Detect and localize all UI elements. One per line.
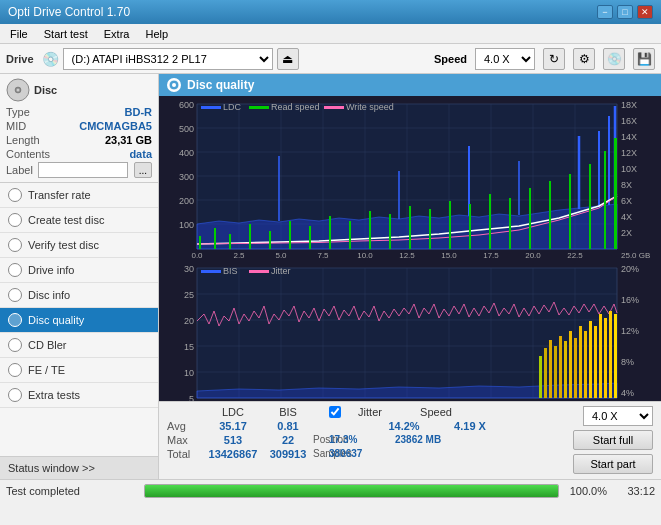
drive-dropdown[interactable]: (D:) ATAPI iHBS312 2 PL17 bbox=[63, 48, 273, 70]
charts-area: 600 500 400 300 200 100 18X 16X 14X 12X … bbox=[159, 96, 661, 401]
refresh-button[interactable]: ↻ bbox=[543, 48, 565, 70]
nav-cd-bler[interactable]: CD Bler bbox=[0, 333, 158, 358]
disc-button[interactable]: 💿 bbox=[603, 48, 625, 70]
toolbar: Drive 💿 (D:) ATAPI iHBS312 2 PL17 ⏏ Spee… bbox=[0, 44, 661, 74]
settings-button[interactable]: ⚙ bbox=[573, 48, 595, 70]
jitter-checkbox[interactable] bbox=[329, 406, 341, 418]
svg-text:5.0: 5.0 bbox=[275, 251, 287, 260]
svg-text:10X: 10X bbox=[621, 164, 637, 174]
menu-start-test[interactable]: Start test bbox=[38, 27, 94, 41]
disc-label-input[interactable] bbox=[38, 162, 128, 178]
progress-bar-fill bbox=[145, 485, 558, 497]
nav-fe-te[interactable]: FE / TE bbox=[0, 358, 158, 383]
svg-rect-75 bbox=[604, 151, 606, 249]
svg-rect-56 bbox=[229, 234, 231, 249]
disc-svg-icon bbox=[6, 78, 30, 102]
svg-text:30: 30 bbox=[184, 264, 194, 274]
nav-extra-tests[interactable]: Extra tests bbox=[0, 383, 158, 408]
svg-text:12X: 12X bbox=[621, 148, 637, 158]
disc-contents-row: Contents data bbox=[6, 148, 152, 160]
total-samples: 380637 bbox=[329, 448, 409, 460]
svg-text:17.5: 17.5 bbox=[483, 251, 499, 260]
nav-verify-test-disc[interactable]: Verify test disc bbox=[0, 233, 158, 258]
status-window-button[interactable]: Status window >> bbox=[0, 456, 158, 479]
start-part-button[interactable]: Start part bbox=[573, 454, 653, 474]
svg-rect-130 bbox=[584, 331, 587, 398]
svg-rect-62 bbox=[349, 221, 351, 249]
nav-icon-transfer-rate bbox=[8, 188, 22, 202]
close-button[interactable]: ✕ bbox=[637, 5, 653, 19]
avg-bis: 0.81 bbox=[263, 420, 313, 432]
svg-rect-72 bbox=[549, 181, 551, 249]
svg-rect-64 bbox=[389, 214, 391, 249]
nav-label-transfer-rate: Transfer rate bbox=[28, 189, 91, 201]
disc-length-label: Length bbox=[6, 134, 40, 146]
speed-select[interactable]: 4.0 X Maximum 2.0 X 4.0 X bbox=[583, 406, 653, 426]
avg-jitter: 14.2% bbox=[379, 420, 429, 432]
disc-label-row: Label ... bbox=[6, 162, 152, 178]
charts-svg: 600 500 400 300 200 100 18X 16X 14X 12X … bbox=[159, 96, 661, 401]
svg-rect-65 bbox=[409, 206, 411, 249]
svg-rect-135 bbox=[609, 311, 612, 398]
svg-text:300: 300 bbox=[179, 172, 194, 182]
svg-rect-127 bbox=[569, 331, 572, 398]
nav-disc-info[interactable]: Disc info bbox=[0, 283, 158, 308]
minimize-button[interactable]: − bbox=[597, 5, 613, 19]
avg-label: Avg bbox=[167, 420, 203, 432]
total-ldc: 13426867 bbox=[203, 448, 263, 460]
label-browse-button[interactable]: ... bbox=[134, 162, 152, 178]
svg-rect-68 bbox=[469, 204, 471, 249]
svg-rect-61 bbox=[329, 216, 331, 249]
nav-icon-extra-tests bbox=[8, 388, 22, 402]
svg-text:10.0: 10.0 bbox=[357, 251, 373, 260]
content-area: Disc quality bbox=[159, 74, 661, 479]
svg-rect-54 bbox=[199, 236, 201, 249]
speed-dropdown[interactable]: 4.0 X bbox=[475, 48, 535, 70]
nav-transfer-rate[interactable]: Transfer rate bbox=[0, 183, 158, 208]
maximize-button[interactable]: □ bbox=[617, 5, 633, 19]
svg-text:16X: 16X bbox=[621, 116, 637, 126]
svg-text:22.5: 22.5 bbox=[567, 251, 583, 260]
nav-create-test-disc[interactable]: Create test disc bbox=[0, 208, 158, 233]
menu-file[interactable]: File bbox=[4, 27, 34, 41]
svg-text:20.0: 20.0 bbox=[525, 251, 541, 260]
menu-bar: File Start test Extra Help bbox=[0, 24, 661, 44]
svg-text:200: 200 bbox=[179, 196, 194, 206]
nav-drive-info[interactable]: Drive info bbox=[0, 258, 158, 283]
disc-quality-title: Disc quality bbox=[187, 78, 254, 92]
svg-rect-132 bbox=[594, 326, 597, 398]
drive-icon: 💿 bbox=[42, 51, 59, 67]
svg-rect-133 bbox=[599, 314, 602, 398]
status-percent: 100.0% bbox=[567, 485, 607, 497]
speed-header: Speed bbox=[411, 406, 461, 418]
status-window-label: Status window >> bbox=[8, 462, 95, 474]
svg-text:15.0: 15.0 bbox=[441, 251, 457, 260]
menu-help[interactable]: Help bbox=[139, 27, 174, 41]
svg-rect-124 bbox=[554, 346, 557, 398]
svg-rect-136 bbox=[614, 314, 617, 398]
svg-rect-66 bbox=[429, 209, 431, 249]
nav-icon-create-test-disc bbox=[8, 213, 22, 227]
nav-icon-verify-test-disc bbox=[8, 238, 22, 252]
menu-extra[interactable]: Extra bbox=[98, 27, 136, 41]
save-button[interactable]: 💾 bbox=[633, 48, 655, 70]
main-layout: Disc Type BD-R MID CMCMAGBA5 Length 23,3… bbox=[0, 74, 661, 479]
disc-contents-label: Contents bbox=[6, 148, 50, 160]
disc-panel: Disc Type BD-R MID CMCMAGBA5 Length 23,3… bbox=[0, 74, 158, 183]
avg-ldc: 35.17 bbox=[203, 420, 263, 432]
svg-text:2X: 2X bbox=[621, 228, 632, 238]
nav-disc-quality[interactable]: Disc quality bbox=[0, 308, 158, 333]
speed-label: Speed bbox=[434, 53, 467, 65]
disc-length-row: Length 23,31 GB bbox=[6, 134, 152, 146]
svg-rect-44 bbox=[324, 106, 344, 109]
svg-point-2 bbox=[17, 89, 20, 92]
svg-text:Write speed: Write speed bbox=[346, 102, 394, 112]
nav-icon-drive-info bbox=[8, 263, 22, 277]
eject-button[interactable]: ⏏ bbox=[277, 48, 299, 70]
nav-icon-cd-bler bbox=[8, 338, 22, 352]
svg-text:600: 600 bbox=[179, 100, 194, 110]
svg-rect-42 bbox=[249, 106, 269, 109]
start-full-button[interactable]: Start full bbox=[573, 430, 653, 450]
total-label: Total bbox=[167, 448, 203, 460]
drive-select-area: 💿 (D:) ATAPI iHBS312 2 PL17 ⏏ bbox=[42, 48, 299, 70]
